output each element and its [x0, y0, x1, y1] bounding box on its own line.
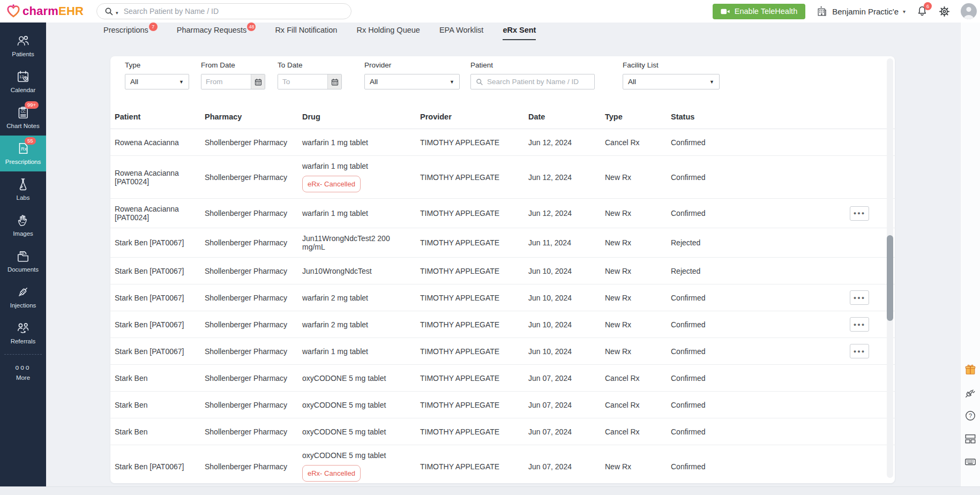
table-row[interactable]: Stark Ben Shollenberger Pharmacy oxyCODO…	[110, 365, 895, 392]
table-row[interactable]: Stark Ben Shollenberger Pharmacy oxyCODO…	[110, 392, 895, 418]
syringe-icon	[16, 285, 30, 299]
row-menu-button[interactable]: ●●●	[850, 317, 869, 332]
table-row[interactable]: Stark Ben Shollenberger Pharmacy oxyCODO…	[110, 418, 895, 445]
person-icon	[961, 3, 977, 19]
integrations-plug-icon[interactable]	[964, 386, 977, 399]
cell-type: New Rx	[603, 173, 669, 182]
drug-name: warfarin 2 mg tablet	[302, 294, 368, 302]
column-header-pharmacy: Pharmacy	[203, 112, 300, 121]
table-row[interactable]: Rowena Acacianna [PAT0024] Shollenberger…	[110, 199, 895, 228]
enable-telehealth-button[interactable]: Enable TeleHealth	[713, 4, 805, 19]
from-date-calendar-button[interactable]	[251, 74, 265, 89]
patient-filter-label: Patient	[470, 61, 595, 69]
sidebar-item-prescriptions[interactable]: Rx 55 Prescriptions	[0, 136, 46, 171]
tab-epa-worklist[interactable]: EPA Worklist	[439, 26, 483, 40]
sidebar-item-more[interactable]: ooo More	[0, 358, 46, 387]
table-row[interactable]: Stark Ben [PAT0067] Shollenberger Pharma…	[110, 228, 895, 258]
sidebar-divider	[4, 354, 42, 355]
keyboard-icon[interactable]	[964, 455, 977, 468]
facility-filter-label: Facility List	[623, 61, 720, 69]
sidebar-item-chart-notes[interactable]: CC 99+ Chart Notes	[0, 100, 46, 136]
table-scrollbar-thumb[interactable]	[887, 235, 893, 321]
table-row[interactable]: Rowena Acacianna Shollenberger Pharmacy …	[110, 129, 895, 156]
sidebar-item-referrals[interactable]: Referrals	[0, 315, 46, 351]
row-menu-button[interactable]: ●●●	[850, 206, 869, 221]
provider-filter-select[interactable]: All▼	[364, 74, 460, 89]
tab-rx-holding-queue[interactable]: Rx Holding Queue	[356, 26, 420, 40]
to-date-input[interactable]	[278, 74, 327, 89]
cell-pharmacy: Shollenberger Pharmacy	[203, 173, 300, 182]
cell-status: Confirmed	[669, 347, 749, 356]
type-filter-select[interactable]: All▼	[125, 74, 189, 89]
column-header-type: Type	[603, 112, 669, 121]
column-header-date: Date	[526, 112, 603, 121]
cell-status: Confirmed	[669, 374, 749, 382]
facility-filter-select[interactable]: All▼	[623, 74, 720, 89]
row-menu-button[interactable]: ●●●	[850, 290, 869, 305]
search-scope-caret-icon[interactable]: ▾	[116, 10, 118, 16]
cell-status: Confirmed	[669, 173, 749, 182]
sidebar-item-images[interactable]: Images	[0, 207, 46, 243]
table-row[interactable]: Stark Ben [PAT0067] Shollenberger Pharma…	[110, 338, 895, 365]
sidebar-item-injections[interactable]: Injections	[0, 279, 46, 315]
cell-drug: warfarin 2 mg tablet eRx- Cancelled	[300, 320, 418, 329]
cell-patient: Rowena Acacianna [PAT0024]	[113, 205, 203, 222]
cell-patient: Rowena Acacianna	[113, 138, 203, 147]
cell-drug: Jun11WrongNdcTest2 200 mg/mL eRx- Cancel…	[300, 234, 418, 251]
cell-pharmacy: Shollenberger Pharmacy	[203, 347, 300, 356]
provider-filter-label: Provider	[364, 61, 460, 69]
tab-pharmacy-requests[interactable]: Pharmacy Requests48	[177, 26, 256, 40]
cell-drug: Jun10WrongNdcTest eRx- Cancelled	[300, 267, 418, 275]
patient-filter-input[interactable]	[487, 78, 589, 86]
sidebar-item-documents[interactable]: Documents	[0, 243, 46, 279]
cell-patient: Stark Ben	[113, 401, 203, 409]
calendar-icon: 12	[16, 70, 30, 84]
whats-new-gift-icon[interactable]	[964, 363, 977, 376]
to-date-calendar-button[interactable]	[327, 74, 341, 89]
table-scrollbar[interactable]	[887, 58, 893, 478]
sidebar-item-labs[interactable]: Labs	[0, 171, 46, 207]
table-row[interactable]: Stark Ben [PAT0067] Shollenberger Pharma…	[110, 258, 895, 284]
settings-button[interactable]	[939, 6, 950, 17]
global-patient-search[interactable]: ▾	[96, 3, 351, 19]
cell-provider: TIMOTHY APPLEGATE	[418, 462, 526, 471]
cell-type: New Rx	[603, 238, 669, 247]
sidebar-item-patients[interactable]: Patients	[0, 28, 46, 64]
help-icon[interactable]: ?	[964, 409, 977, 422]
chart-notes-icon: CC 99+	[16, 106, 30, 119]
table-row[interactable]: Stark Ben [PAT0067] Shollenberger Pharma…	[110, 284, 895, 311]
from-date-input[interactable]	[201, 74, 251, 89]
select-caret-icon: ▼	[709, 79, 714, 85]
drug-name: Jun11WrongNdcTest2 200 mg/mL	[302, 234, 413, 251]
search-icon	[104, 7, 114, 16]
sidebar-item-calendar[interactable]: 12 Calendar	[0, 64, 46, 100]
tab-prescriptions[interactable]: Prescriptions7	[103, 26, 158, 40]
prescriptions-count-badge: 55	[25, 137, 36, 145]
tab-prescriptions-badge: 7	[149, 22, 158, 31]
right-utility-rail: ?	[960, 22, 980, 486]
drug-name: oxyCODONE 5 mg tablet	[302, 451, 386, 460]
lab-flask-icon	[16, 177, 30, 191]
layout-panels-icon[interactable]	[964, 432, 977, 445]
table-row[interactable]: Stark Ben [PAT0067] Shollenberger Pharma…	[110, 311, 895, 338]
charmehr-logo: charmEHR	[6, 4, 84, 18]
user-avatar[interactable]	[961, 3, 977, 19]
drug-name: oxyCODONE 5 mg tablet	[302, 374, 386, 382]
table-row[interactable]: Stark Ben [PAT0067] Shollenberger Pharma…	[110, 445, 895, 483]
search-icon	[476, 78, 483, 86]
tab-pharmacy-requests-badge: 48	[247, 22, 256, 31]
cell-provider: TIMOTHY APPLEGATE	[418, 428, 526, 436]
notifications-button[interactable]: 6	[916, 5, 928, 17]
drug-name: warfarin 1 mg tablet	[302, 138, 368, 147]
gear-icon	[939, 6, 950, 17]
tab-rx-fill-notification[interactable]: Rx Fill Notification	[275, 26, 337, 40]
practice-selector[interactable]: Benjamin Practic'e ▾	[816, 5, 906, 17]
cell-type: New Rx	[603, 320, 669, 329]
tab-erx-sent[interactable]: eRx Sent	[503, 26, 536, 40]
cell-status: Rejected	[669, 267, 749, 275]
row-menu-button[interactable]: ●●●	[850, 344, 869, 358]
cell-pharmacy: Shollenberger Pharmacy	[203, 238, 300, 247]
global-search-input[interactable]	[124, 7, 343, 16]
table-row[interactable]: Rowena Acacianna [PAT0024] Shollenberger…	[110, 156, 895, 199]
hand-xray-icon	[16, 213, 30, 227]
